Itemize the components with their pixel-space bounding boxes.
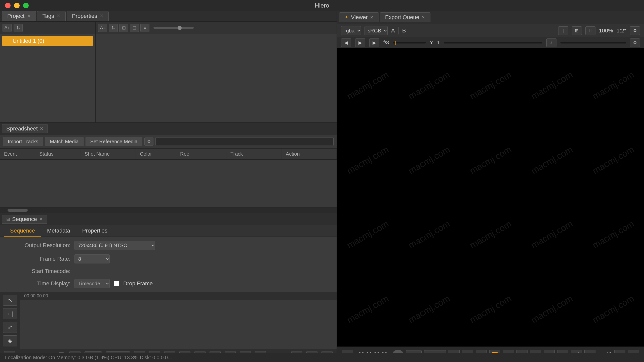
seq-tabbar: ⊞ Sequence ✕ (0, 213, 337, 225)
watermark-16: macmj.com (337, 261, 413, 346)
viewer-tabbar: 👁 Viewer ✕ Export Queue ✕ (337, 11, 644, 24)
playhead-timeline[interactable] (393, 42, 426, 43)
titlebar: Hiero (0, 0, 644, 11)
set-reference-media-button[interactable]: Set Reference Media (86, 137, 142, 146)
window-controls[interactable] (5, 3, 29, 8)
seq-subtab-metadata[interactable]: Metadata (41, 225, 76, 237)
import-tracks-button[interactable]: Import Tracks (3, 137, 43, 146)
maximize-button[interactable] (23, 3, 29, 8)
close-button[interactable] (5, 3, 11, 8)
zoom-slider[interactable] (153, 27, 194, 29)
wipe-btn[interactable]: | (558, 26, 568, 35)
ss-hscrollbar[interactable] (0, 207, 337, 213)
in-point-button[interactable]: ←| (3, 308, 17, 319)
export-queue-tab[interactable]: Export Queue ✕ (380, 12, 430, 22)
playhead-timeline3[interactable] (560, 42, 626, 43)
zoom-slider-thumb[interactable] (178, 26, 182, 30)
seq-subtab-sequence[interactable]: Sequence (4, 225, 41, 237)
compare-btn[interactable]: ⊞ (572, 26, 582, 35)
watermark-11: macmj.com (337, 187, 413, 282)
channel-b: B (402, 27, 406, 34)
bin-right: A↓ ⇅ ⊞ ⊟ ≡ (96, 22, 337, 122)
spreadsheet-tab-close[interactable]: ✕ (40, 126, 44, 131)
col-color: Color (136, 149, 176, 159)
watermark-2: macmj.com (384, 48, 474, 133)
watermark-1: macmj.com (337, 48, 413, 133)
drop-frame-label: Drop Frame (123, 280, 153, 287)
color-mode-select[interactable]: rgba (341, 26, 361, 35)
playhead-next-btn[interactable]: ▶ (369, 38, 379, 47)
frame-rate-row: Frame Rate: 8 (5, 254, 332, 263)
ss-toolbar: Import Tracks Match Media Set Reference … (0, 135, 337, 149)
mark-button[interactable]: ◈ (3, 335, 17, 346)
out-point-button[interactable]: ⤢ (3, 322, 17, 333)
grid-view-button[interactable]: ⊞ (119, 24, 128, 32)
playhead-settings-btn[interactable]: ⚙ (630, 38, 640, 47)
col-reel: Reel (176, 149, 226, 159)
spreadsheet-tabbar: Spreadsheet ✕ (0, 123, 337, 135)
time-display-row: Time Display: Timecode Drop Frame (5, 279, 332, 288)
export-queue-tab-close[interactable]: ✕ (421, 15, 425, 20)
playhead-timeline2[interactable] (444, 42, 542, 43)
seq-timeline-content: 00:00:00:00 (20, 292, 337, 349)
frame-rate-select[interactable]: 8 (74, 254, 110, 263)
bin-item-untitled[interactable]: Untitled 1 (0) (2, 36, 93, 46)
tab-properties[interactable]: Properties ✕ (67, 11, 109, 21)
seq-subtab-properties[interactable]: Properties (76, 225, 113, 237)
bin-item-label: Untitled 1 (0) (13, 38, 44, 44)
match-media-button[interactable]: Match Media (45, 137, 84, 146)
seq-sub-tabs: Sequence Metadata Properties (0, 225, 337, 237)
ss-search-input[interactable] (155, 137, 334, 146)
main-layout: Project ✕ Tags ✕ Properties ✕ A↓ (0, 11, 644, 362)
watermark-14: macmj.com (507, 187, 597, 282)
tab-tags[interactable]: Tags ✕ (37, 11, 65, 21)
viewer-tab-close[interactable]: ✕ (370, 15, 374, 20)
spreadsheet-panel: Spreadsheet ✕ Import Tracks Match Media … (0, 123, 337, 213)
seq-tab-close[interactable]: ✕ (39, 216, 43, 222)
pause-btn[interactable]: ⏸ (585, 26, 595, 35)
time-display-select[interactable]: Timecode (74, 279, 110, 288)
ss-body (0, 160, 337, 207)
playhead-play-btn[interactable]: ▶ (355, 38, 365, 47)
cursor-tool-button[interactable]: ↖ (3, 295, 17, 306)
vc-sep1 (398, 27, 399, 34)
tab-project[interactable]: Project ✕ (2, 11, 36, 21)
frame-rate-label: Frame Rate: (5, 256, 70, 262)
sequence-panel: ⊞ Sequence ✕ Sequence Metadata Propertie… (0, 213, 337, 362)
bin-item-icon (4, 39, 9, 43)
tags-tab-close[interactable]: ✕ (57, 13, 60, 19)
output-resolution-row: Output Resolution: 720x486 (0.91) NTSC (5, 241, 332, 250)
watermark-20: macmj.com (568, 261, 644, 346)
aspect-value: 1:2* (617, 27, 626, 34)
watermark-4: macmj.com (507, 48, 597, 133)
output-resolution-select[interactable]: 720x486 (0.91) NTSC (74, 241, 155, 250)
sort-toggle-right-button[interactable]: ⇅ (109, 24, 118, 32)
playhead-y-label: Y (430, 40, 433, 46)
table-view-button[interactable]: ⊟ (130, 24, 139, 32)
ss-hscrollbar-thumb[interactable] (8, 209, 28, 212)
drop-frame-checkbox[interactable] (114, 281, 119, 286)
bin-tree: Untitled 1 (0) (0, 34, 95, 122)
properties-tab-close[interactable]: ✕ (100, 13, 103, 19)
left-panel: Project ✕ Tags ✕ Properties ✕ A↓ (0, 11, 337, 362)
sort-az-right-button[interactable]: A↓ (98, 24, 107, 32)
playhead-vol-btn[interactable]: ♪ (546, 38, 556, 47)
col-action: Action (282, 149, 337, 159)
watermark-9: macmj.com (507, 112, 597, 208)
sort-az-button[interactable]: A↓ (3, 24, 12, 32)
output-resolution-label: Output Resolution: (5, 242, 70, 249)
app-title: Hiero (315, 2, 329, 9)
spreadsheet-tab[interactable]: Spreadsheet ✕ (2, 124, 48, 133)
ss-settings-button[interactable]: ⚙ (144, 138, 153, 146)
minimize-button[interactable] (14, 3, 20, 8)
export-queue-tab-label: Export Queue (385, 14, 419, 21)
sort-toggle-button[interactable]: ⇅ (14, 24, 23, 32)
colorspace-select[interactable]: sRGB (365, 26, 388, 35)
seq-tab[interactable]: ⊞ Sequence ✕ (2, 215, 47, 224)
zoom-value: 100% (599, 27, 613, 34)
viewer-tab[interactable]: 👁 Viewer ✕ (339, 12, 379, 22)
viewer-settings-btn[interactable]: ⚙ (630, 26, 640, 35)
project-tab-close[interactable]: ✕ (27, 13, 31, 19)
list-view-button[interactable]: ≡ (140, 24, 149, 32)
playhead-prev-btn[interactable]: ◀ (341, 38, 351, 47)
